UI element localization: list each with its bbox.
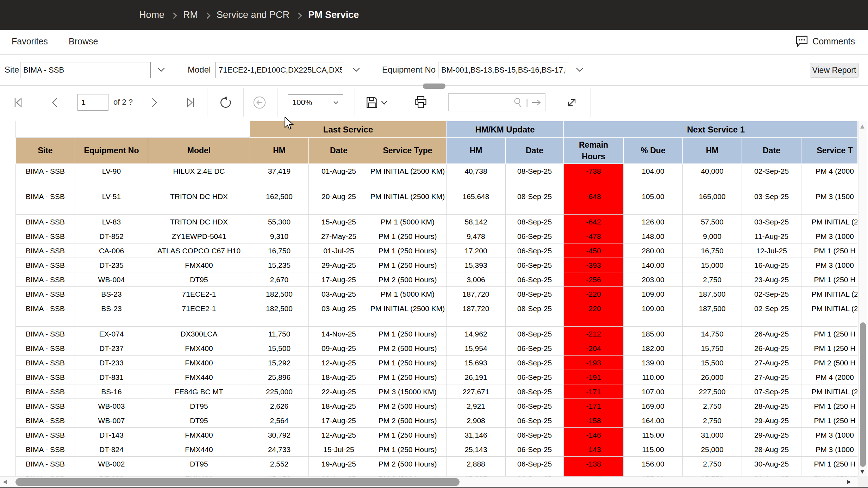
print-button[interactable] <box>414 96 427 109</box>
table-cell: PM 1 (250 Hours) <box>369 428 447 442</box>
table-cell: PM 3 (1000 <box>801 428 857 442</box>
column-header: HM <box>447 138 506 164</box>
table-cell: 06-Sep-25 <box>506 327 564 341</box>
table-cell: -738 <box>564 164 624 189</box>
table-cell: BIMA - SSB <box>16 243 75 258</box>
table-cell: 29-Aug-25 <box>742 413 801 428</box>
table-cell: LV-51 <box>75 189 148 215</box>
table-cell: 187,500 <box>683 301 742 327</box>
comments-button[interactable]: Comments <box>795 35 855 47</box>
breadcrumb-item[interactable]: RM <box>183 10 198 20</box>
equipment-no-chevron-down-icon[interactable] <box>575 67 584 72</box>
table-cell: PM INITIAL (2 <box>801 215 857 229</box>
table-cell: -642 <box>564 215 624 229</box>
table-cell: BIMA - SSB <box>16 457 75 471</box>
table-cell: 25,143 <box>447 442 506 457</box>
group-header: HM/KM Update <box>447 121 564 138</box>
table-row: BIMA - SSBDT-235FMX40015,23529-Aug-25PM … <box>16 258 858 272</box>
model-chevron-down-icon[interactable] <box>352 67 361 72</box>
model-label: Model <box>188 65 211 75</box>
table-cell: 15-Aug-25 <box>309 215 369 229</box>
site-chevron-down-icon[interactable] <box>157 67 166 72</box>
table-cell: 06-Sep-25 <box>506 428 564 442</box>
tab-browse[interactable]: Browse <box>69 36 98 47</box>
table-cell: DT95 <box>148 413 250 428</box>
table-cell: DT95 <box>148 457 250 471</box>
tab-favorites[interactable]: Favorites <box>12 36 48 47</box>
table-cell: 58,142 <box>447 215 506 229</box>
table-cell: -450 <box>564 243 624 258</box>
table-cell: BIMA - SSB <box>16 215 75 229</box>
table-cell: 11,750 <box>250 327 309 341</box>
back-button[interactable] <box>253 96 266 109</box>
breadcrumb-item[interactable]: Service and PCR <box>217 10 289 20</box>
table-cell: BS-23 <box>75 301 148 327</box>
parameter-splitter-handle[interactable] <box>423 84 445 89</box>
page-count-label: of 2 ? <box>113 98 133 107</box>
table-cell: 15,750 <box>683 341 742 356</box>
table-row: BIMA - SSBLV-51TRITON DC HDX162,50020-Au… <box>16 189 858 215</box>
table-cell: 17,200 <box>447 243 506 258</box>
table-cell: WB-003 <box>75 399 148 413</box>
scroll-left-icon[interactable]: ◀ <box>3 479 7 484</box>
fullscreen-button[interactable] <box>566 97 578 109</box>
table-cell: BIMA - SSB <box>16 428 75 442</box>
parameter-divider <box>807 56 807 86</box>
breadcrumb-item[interactable]: PM Service <box>308 10 359 20</box>
horizontal-scrollbar[interactable]: ◀ ▶ <box>0 476 858 487</box>
table-cell: PM 2 (500 Hours) <box>369 457 447 471</box>
table-cell: PM 2 (500 H <box>801 356 857 370</box>
next-page-button[interactable] <box>149 97 159 108</box>
table-cell: 2,750 <box>683 272 742 287</box>
table-cell: 140.00 <box>624 258 683 272</box>
group-header <box>16 121 250 138</box>
scroll-up-icon[interactable]: ▲ <box>860 124 864 129</box>
table-row: BIMA - SSBLV-90HILUX 2.4E DC37,41901-Aug… <box>16 164 858 189</box>
column-header: Date <box>742 138 801 164</box>
group-header: Next Service 1 <box>564 121 857 138</box>
table-cell: PM INITIAL (2 <box>801 384 857 399</box>
export-save-button[interactable] <box>366 96 388 109</box>
zoom-select[interactable]: 100% <box>288 94 343 110</box>
table-cell: -204 <box>564 341 624 356</box>
table-cell: BIMA - SSB <box>16 356 75 370</box>
previous-page-button[interactable] <box>50 97 61 108</box>
scroll-down-icon[interactable]: ▼ <box>860 469 864 474</box>
table-cell: PM 1 (250 H <box>801 399 857 413</box>
table-cell: 06-Sep-25 <box>506 413 564 428</box>
table-cell: 110.00 <box>624 370 683 384</box>
site-input[interactable] <box>20 62 151 78</box>
table-cell: 2,670 <box>250 272 309 287</box>
refresh-button[interactable] <box>219 96 232 109</box>
first-page-button[interactable] <box>13 97 24 108</box>
vertical-scrollbar[interactable]: ▲ ▼ <box>858 121 867 476</box>
table-cell: 06-Sep-25 <box>506 272 564 287</box>
search-input[interactable] <box>452 95 510 110</box>
table-cell: BIMA - SSB <box>16 370 75 384</box>
table-cell: BIMA - SSB <box>16 287 75 301</box>
table-cell: BIMA - SSB <box>16 384 75 399</box>
table-cell: 12-Aug-25 <box>309 428 369 442</box>
table-cell: PM 1 (5000 KM) <box>369 287 447 301</box>
report-viewport: Last ServiceHM/KM UpdateNext Service 1Si… <box>15 121 857 476</box>
search-go-icon[interactable] <box>531 99 542 106</box>
model-input[interactable] <box>216 62 345 78</box>
scroll-right-icon[interactable]: ▶ <box>847 479 851 484</box>
breadcrumb-item[interactable]: Home <box>139 10 164 20</box>
table-cell: 185.00 <box>624 327 683 341</box>
table-cell: 15,235 <box>250 258 309 272</box>
search-icon <box>513 97 523 108</box>
horizontal-scrollbar-thumb[interactable] <box>15 478 460 486</box>
table-cell: 26-Aug-25 <box>742 327 801 341</box>
table-cell: 182,500 <box>250 287 309 301</box>
table-cell: 06-Sep-25 <box>506 341 564 356</box>
table-cell: 107.00 <box>624 384 683 399</box>
table-row: BIMA - SSBWB-003DT952,62618-Aug-25PM 2 (… <box>16 399 858 413</box>
report-toolbar: of 2 ? 100% <box>0 86 868 119</box>
page-number-input[interactable] <box>77 94 108 111</box>
view-report-button[interactable]: View Report <box>810 63 858 78</box>
last-page-button[interactable] <box>185 97 196 108</box>
equipment-no-input[interactable] <box>438 62 569 78</box>
table-cell: -193 <box>564 356 624 370</box>
vertical-scrollbar-thumb[interactable] <box>860 322 866 467</box>
